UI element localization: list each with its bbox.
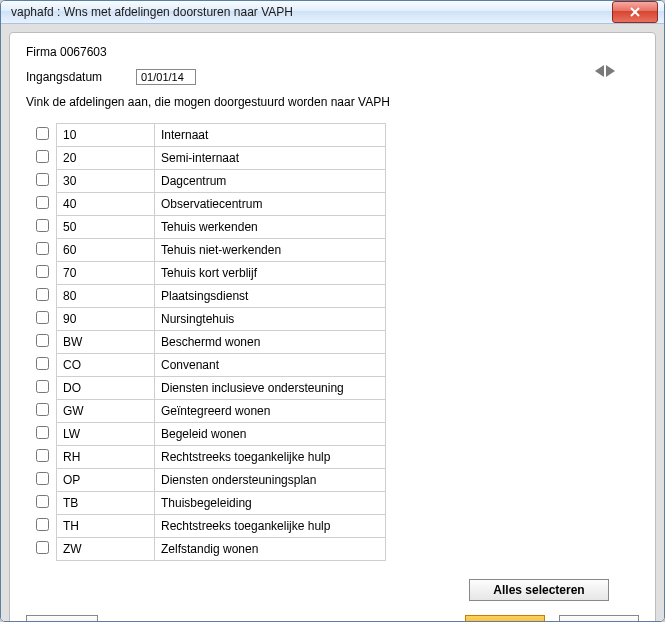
row-code: GW — [57, 400, 155, 423]
row-checkbox[interactable] — [36, 518, 49, 531]
row-name: Nursingtehuis — [155, 308, 386, 331]
row-code: DO — [57, 377, 155, 400]
row-code: ZW — [57, 538, 155, 561]
table-row: DODiensten inclusieve ondersteuning — [26, 377, 386, 400]
row-name: Diensten ondersteuningsplan — [155, 469, 386, 492]
row-name: Geïntegreerd wonen — [155, 400, 386, 423]
row-name: Plaatsingsdienst — [155, 285, 386, 308]
row-name: Observatiecentrum — [155, 193, 386, 216]
titlebar: vaphafd : Wns met afdelingen doorsturen … — [1, 1, 664, 24]
row-checkbox[interactable] — [36, 288, 49, 301]
row-name: Thuisbegeleiding — [155, 492, 386, 515]
checkbox-cell — [26, 170, 57, 193]
dialog-window: vaphafd : Wns met afdelingen doorsturen … — [0, 0, 665, 622]
checkbox-cell — [26, 193, 57, 216]
checkbox-cell — [26, 147, 57, 170]
table-row: 20Semi-internaat — [26, 147, 386, 170]
checkbox-cell — [26, 354, 57, 377]
close-button[interactable] — [612, 1, 658, 23]
row-name: Tehuis kort verblijf — [155, 262, 386, 285]
row-code: 70 — [57, 262, 155, 285]
firma-label: Firma 0067603 — [26, 45, 639, 59]
row-name: Semi-internaat — [155, 147, 386, 170]
checkbox-cell — [26, 239, 57, 262]
table-row: ZWZelfstandig wonen — [26, 538, 386, 561]
cancel-button[interactable]: Annuleren — [559, 615, 639, 622]
table-row: 40Observatiecentrum — [26, 193, 386, 216]
row-code: BW — [57, 331, 155, 354]
row-checkbox[interactable] — [36, 403, 49, 416]
checkbox-cell — [26, 423, 57, 446]
row-code: TH — [57, 515, 155, 538]
table-row: COConvenant — [26, 354, 386, 377]
select-all-button[interactable]: Alles selecteren — [469, 579, 609, 601]
ok-button[interactable]: OK — [465, 615, 545, 622]
help-button[interactable]: Help — [26, 615, 98, 622]
checkbox-cell — [26, 216, 57, 239]
table-row: RHRechtstreeks toegankelijke hulp — [26, 446, 386, 469]
row-name: Tehuis werkenden — [155, 216, 386, 239]
row-code: 50 — [57, 216, 155, 239]
next-record-button[interactable] — [606, 65, 615, 77]
checkbox-cell — [26, 515, 57, 538]
row-name: Rechtstreeks toegankelijke hulp — [155, 515, 386, 538]
row-checkbox[interactable] — [36, 472, 49, 485]
row-code: 20 — [57, 147, 155, 170]
record-navigator — [595, 65, 615, 77]
row-name: Tehuis niet-werkenden — [155, 239, 386, 262]
row-code: 30 — [57, 170, 155, 193]
row-checkbox[interactable] — [36, 380, 49, 393]
row-name: Rechtstreeks toegankelijke hulp — [155, 446, 386, 469]
row-checkbox[interactable] — [36, 541, 49, 554]
row-code: OP — [57, 469, 155, 492]
ingangsdatum-label: Ingangsdatum — [26, 70, 136, 84]
checkbox-cell — [26, 262, 57, 285]
row-name: Convenant — [155, 354, 386, 377]
row-checkbox[interactable] — [36, 426, 49, 439]
row-code: LW — [57, 423, 155, 446]
afdelingen-table: 10Internaat20Semi-internaat30Dagcentrum4… — [26, 123, 386, 561]
row-checkbox[interactable] — [36, 449, 49, 462]
row-checkbox[interactable] — [36, 311, 49, 324]
checkbox-cell — [26, 308, 57, 331]
row-checkbox[interactable] — [36, 127, 49, 140]
window-title: vaphafd : Wns met afdelingen doorsturen … — [11, 5, 612, 19]
row-checkbox[interactable] — [36, 242, 49, 255]
row-code: RH — [57, 446, 155, 469]
row-checkbox[interactable] — [36, 357, 49, 370]
table-row: 60Tehuis niet-werkenden — [26, 239, 386, 262]
checkbox-cell — [26, 469, 57, 492]
checkbox-cell — [26, 538, 57, 561]
prev-record-button[interactable] — [595, 65, 604, 77]
ingangsdatum-input[interactable] — [136, 69, 196, 85]
row-checkbox[interactable] — [36, 150, 49, 163]
table-row: 80Plaatsingsdienst — [26, 285, 386, 308]
table-row: 70Tehuis kort verblijf — [26, 262, 386, 285]
row-name: Dagcentrum — [155, 170, 386, 193]
table-row: 90Nursingtehuis — [26, 308, 386, 331]
row-checkbox[interactable] — [36, 495, 49, 508]
row-checkbox[interactable] — [36, 219, 49, 232]
checkbox-cell — [26, 446, 57, 469]
table-row: THRechtstreeks toegankelijke hulp — [26, 515, 386, 538]
row-name: Diensten inclusieve ondersteuning — [155, 377, 386, 400]
row-checkbox[interactable] — [36, 334, 49, 347]
checkbox-cell — [26, 492, 57, 515]
checkbox-cell — [26, 331, 57, 354]
select-all-row: Alles selecteren — [26, 579, 639, 601]
row-checkbox[interactable] — [36, 196, 49, 209]
row-checkbox[interactable] — [36, 173, 49, 186]
close-icon — [629, 7, 641, 17]
row-checkbox[interactable] — [36, 265, 49, 278]
row-code: 80 — [57, 285, 155, 308]
table-row: GWGeïntegreerd wonen — [26, 400, 386, 423]
checkbox-cell — [26, 377, 57, 400]
table-row: 50Tehuis werkenden — [26, 216, 386, 239]
table-row: LWBegeleid wonen — [26, 423, 386, 446]
checkbox-cell — [26, 124, 57, 147]
checkbox-cell — [26, 400, 57, 423]
row-name: Internaat — [155, 124, 386, 147]
main-panel: Firma 0067603 Ingangsdatum Vink de afdel… — [9, 32, 656, 622]
row-code: 90 — [57, 308, 155, 331]
instruction-text: Vink de afdelingen aan, die mogen doorge… — [26, 95, 639, 109]
